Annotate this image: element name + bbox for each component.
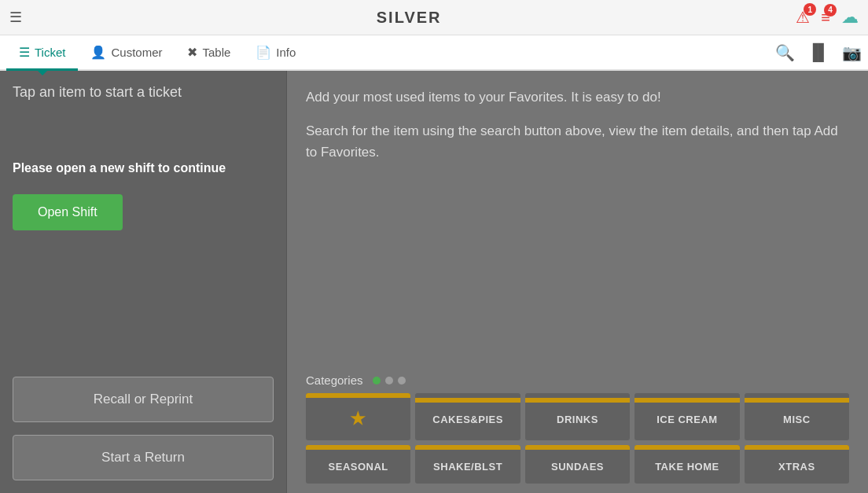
nav-right-icons: 🔍 ▐▌ 📷 bbox=[775, 43, 862, 62]
shake-blst-label: SHAKE/BLST bbox=[427, 450, 509, 484]
open-shift-button[interactable]: Open Shift bbox=[13, 194, 123, 230]
left-panel: Tap an item to start a ticket Please ope… bbox=[0, 71, 287, 493]
tab-table[interactable]: ✖ Table bbox=[175, 35, 243, 69]
ticket-tab-label: Ticket bbox=[35, 46, 65, 59]
customer-tab-label: Customer bbox=[111, 46, 162, 59]
barcode-scanner-icon[interactable]: ▐▌ bbox=[807, 43, 829, 61]
table-tab-label: Table bbox=[202, 46, 230, 59]
search-icon[interactable]: 🔍 bbox=[775, 43, 795, 62]
dot-3 bbox=[398, 377, 406, 384]
categories-header: Categories bbox=[306, 373, 849, 387]
category-grid: ★ CAKES&PIES DRINKS ICE CREAM MISC bbox=[306, 393, 849, 484]
alert-icon-wrap[interactable]: ⚠ 1 bbox=[796, 8, 810, 27]
hamburger-menu-icon[interactable]: ☰ bbox=[9, 9, 22, 26]
drinks-label: DRINKS bbox=[550, 403, 605, 436]
header-left: ☰ bbox=[9, 9, 22, 26]
seasonal-label: SEASONAL bbox=[322, 450, 395, 484]
category-row-1: ★ CAKES&PIES DRINKS ICE CREAM MISC bbox=[306, 393, 849, 440]
recall-reprint-button[interactable]: Recall or Reprint bbox=[13, 377, 274, 422]
favorites-icon: ★ bbox=[344, 398, 373, 440]
category-favorites[interactable]: ★ bbox=[306, 393, 410, 440]
category-seasonal[interactable]: SEASONAL bbox=[306, 445, 410, 484]
category-cakes-pies[interactable]: CAKES&PIES bbox=[415, 393, 520, 440]
start-return-button[interactable]: Start a Return bbox=[13, 435, 274, 480]
cakes-pies-label: CAKES&PIES bbox=[426, 403, 509, 436]
notes-badge: 4 bbox=[824, 4, 837, 17]
camera-icon[interactable]: 📷 bbox=[842, 43, 862, 62]
tap-message: Tap an item to start a ticket bbox=[13, 83, 274, 101]
ice-cream-label: ICE CREAM bbox=[650, 403, 723, 436]
table-tab-icon: ✖ bbox=[187, 45, 197, 60]
tab-customer[interactable]: 👤 Customer bbox=[78, 35, 175, 69]
ticket-tab-icon: ☰ bbox=[19, 45, 30, 60]
info-tab-icon: 📄 bbox=[256, 45, 271, 60]
misc-label: MISC bbox=[777, 403, 817, 436]
nav-tabs: ☰ Ticket 👤 Customer ✖ Table 📄 Info 🔍 ▐▌ … bbox=[0, 35, 868, 71]
main-content: Tap an item to start a ticket Please ope… bbox=[0, 71, 868, 493]
category-take-home[interactable]: TAKE HOME bbox=[634, 445, 739, 484]
xtras-label: XTRAS bbox=[772, 450, 822, 484]
alert-badge: 1 bbox=[804, 3, 816, 16]
category-xtras[interactable]: XTRAS bbox=[745, 445, 849, 484]
category-misc[interactable]: MISC bbox=[745, 393, 849, 440]
tab-ticket[interactable]: ☰ Ticket bbox=[6, 35, 78, 69]
right-panel: Add your most used items to your Favorit… bbox=[287, 71, 868, 493]
app-title: SILVER bbox=[377, 9, 442, 27]
header-bar: ☰ SILVER ⚠ 1 ≡ 4 ☁ bbox=[0, 0, 868, 35]
sundaes-label: SUNDAES bbox=[545, 450, 610, 484]
dot-2 bbox=[385, 377, 393, 384]
notes-icon-wrap[interactable]: ≡ 4 bbox=[821, 9, 830, 27]
category-shake-blst[interactable]: SHAKE/BLST bbox=[415, 445, 520, 484]
cloud-icon-wrap[interactable]: ☁ bbox=[841, 7, 859, 28]
info-tab-label: Info bbox=[276, 46, 296, 59]
take-home-label: TAKE HOME bbox=[649, 450, 726, 484]
category-row-2: SEASONAL SHAKE/BLST SUNDAES TAKE HOME XT… bbox=[306, 445, 849, 484]
category-sundaes[interactable]: SUNDAES bbox=[525, 445, 630, 484]
dot-indicators bbox=[373, 377, 406, 384]
cloud-icon: ☁ bbox=[841, 7, 859, 27]
categories-label: Categories bbox=[306, 373, 363, 387]
tab-info[interactable]: 📄 Info bbox=[243, 35, 308, 69]
customer-tab-icon: 👤 bbox=[90, 45, 106, 60]
category-drinks[interactable]: DRINKS bbox=[525, 393, 630, 440]
favorites-text-1: Add your most used items to your Favorit… bbox=[306, 86, 849, 108]
dot-1 bbox=[373, 377, 381, 384]
favorites-text-2: Search for the item using the search but… bbox=[306, 120, 849, 163]
shift-warning: Please open a new shift to continue bbox=[13, 161, 274, 175]
category-ice-cream[interactable]: ICE CREAM bbox=[634, 393, 739, 440]
header-right-icons: ⚠ 1 ≡ 4 ☁ bbox=[796, 7, 859, 28]
